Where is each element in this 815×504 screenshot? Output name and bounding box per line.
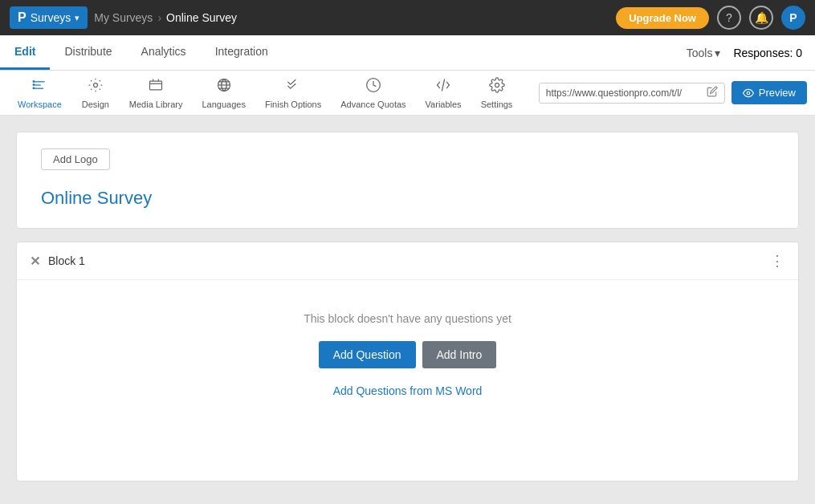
toolbar: Workspace Design Media Library — [0, 71, 815, 116]
toolbar-right: Preview — [539, 81, 807, 104]
preview-button[interactable]: Preview — [731, 81, 807, 104]
breadcrumb-separator: › — [157, 11, 161, 24]
variables-icon — [435, 77, 451, 97]
tab-analytics[interactable]: Analytics — [127, 35, 201, 70]
toolbar-settings[interactable]: Settings — [471, 72, 523, 114]
toolbar-languages[interactable]: Languages — [192, 72, 255, 114]
toolbar-items: Workspace Design Media Library — [8, 72, 522, 114]
surveys-label: Surveys — [31, 11, 71, 24]
question-icon: ? — [726, 11, 732, 24]
toolbar-advance-quotas[interactable]: Advance Quotas — [331, 72, 415, 114]
breadcrumb: My Surveys › Online Survey — [94, 11, 237, 24]
tab-edit[interactable]: Edit — [0, 35, 50, 70]
top-nav: P Surveys ▾ My Surveys › Online Survey U… — [0, 0, 815, 35]
languages-label: Languages — [202, 100, 245, 109]
svg-point-18 — [747, 91, 750, 95]
block-header: ✕ Block 1 ⋮ — [17, 242, 798, 280]
url-input[interactable] — [540, 83, 700, 103]
media-library-icon — [148, 77, 164, 97]
workspace-icon — [31, 77, 47, 97]
toolbar-variables[interactable]: Variables — [416, 72, 471, 114]
main-content: Add Logo Online Survey ✕ Block 1 ⋮ This … — [0, 116, 815, 504]
block-title: Block 1 — [48, 254, 85, 267]
tools-button[interactable]: Tools ▾ — [687, 47, 721, 59]
surveys-logo: P — [18, 10, 26, 25]
tools-dropdown-icon: ▾ — [715, 47, 720, 59]
design-icon — [88, 77, 104, 97]
add-from-word-link[interactable]: Add Questions from MS Word — [333, 384, 483, 397]
svg-rect-4 — [33, 83, 35, 86]
block-card: ✕ Block 1 ⋮ This block doesn't have any … — [16, 242, 799, 482]
block-menu-button[interactable]: ⋮ — [770, 252, 785, 270]
dropdown-arrow-icon: ▾ — [75, 13, 79, 23]
upgrade-button[interactable]: Upgrade Now — [616, 7, 709, 29]
profile-button[interactable]: P — [781, 6, 805, 30]
tools-label: Tools — [687, 47, 713, 59]
svg-point-6 — [93, 83, 97, 87]
svg-rect-7 — [150, 81, 162, 90]
add-intro-button[interactable]: Add Intro — [422, 341, 497, 368]
finish-options-icon — [285, 77, 301, 97]
survey-title: Online Survey — [41, 188, 774, 209]
tab-integration[interactable]: Integration — [201, 35, 283, 70]
profile-initial: P — [789, 11, 797, 24]
advance-quotas-label: Advance Quotas — [340, 100, 405, 109]
preview-label: Preview — [759, 87, 796, 99]
media-library-label: Media Library — [129, 100, 183, 109]
help-button[interactable]: ? — [717, 6, 741, 30]
svg-rect-3 — [33, 80, 35, 83]
finish-options-label: Finish Options — [265, 100, 321, 109]
design-label: Design — [82, 100, 109, 109]
block-actions: Add Question Add Intro — [319, 341, 497, 368]
notifications-button[interactable]: 🔔 — [749, 6, 773, 30]
bell-icon: 🔔 — [755, 11, 768, 24]
breadcrumb-current: Online Survey — [166, 11, 237, 24]
workspace-label: Workspace — [18, 100, 62, 109]
svg-point-17 — [495, 83, 499, 87]
toolbar-finish-options[interactable]: Finish Options — [255, 72, 331, 114]
variables-label: Variables — [426, 100, 462, 109]
advance-quotas-icon — [365, 77, 381, 97]
add-question-button[interactable]: Add Question — [319, 341, 416, 368]
nav-right: Upgrade Now ? 🔔 P — [616, 6, 805, 30]
settings-label: Settings — [481, 100, 513, 109]
settings-icon — [489, 77, 505, 97]
responses-count: Responses: 0 — [733, 47, 802, 59]
tab-distribute[interactable]: Distribute — [50, 35, 126, 70]
tab-bar: Edit Distribute Analytics Integration To… — [0, 35, 815, 71]
add-logo-button[interactable]: Add Logo — [41, 148, 110, 170]
block-empty-message: This block doesn't have any questions ye… — [304, 312, 511, 325]
survey-header-card: Add Logo Online Survey — [16, 132, 799, 229]
toolbar-workspace[interactable]: Workspace — [8, 72, 71, 114]
toolbar-media-library[interactable]: Media Library — [120, 72, 193, 114]
edit-url-button[interactable] — [700, 86, 724, 100]
block-body: This block doesn't have any questions ye… — [17, 280, 798, 481]
languages-icon — [216, 77, 232, 97]
block-collapse-button[interactable]: ✕ — [30, 254, 40, 269]
surveys-dropdown-button[interactable]: P Surveys ▾ — [10, 6, 88, 29]
toolbar-design[interactable]: Design — [71, 72, 120, 114]
svg-rect-5 — [33, 87, 35, 89]
tab-bar-right: Tools ▾ Responses: 0 — [687, 47, 815, 59]
nav-left: P Surveys ▾ My Surveys › Online Survey — [10, 6, 237, 29]
breadcrumb-my-surveys[interactable]: My Surveys — [94, 11, 153, 24]
